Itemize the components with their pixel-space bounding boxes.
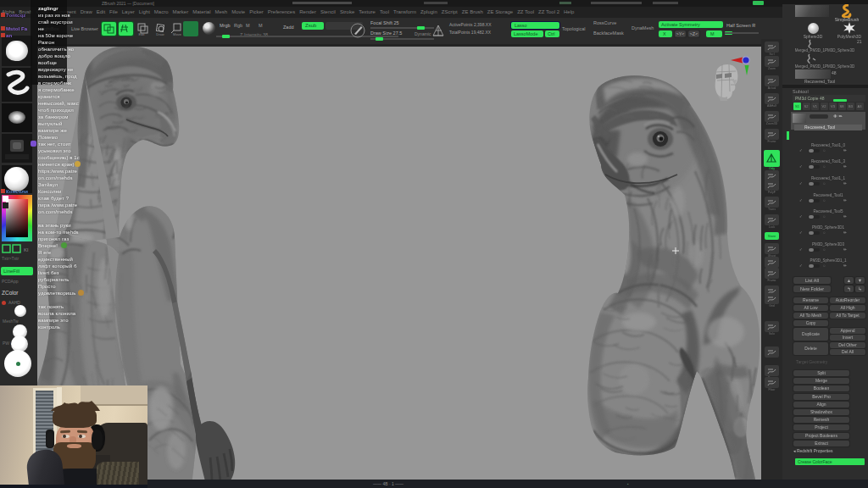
svg-text:Draw: Draw: [156, 32, 164, 36]
svg-text:Move: Move: [173, 32, 182, 36]
svg-text:Kl: Kl: [24, 247, 28, 252]
svg-text:Edit: Edit: [139, 32, 146, 36]
